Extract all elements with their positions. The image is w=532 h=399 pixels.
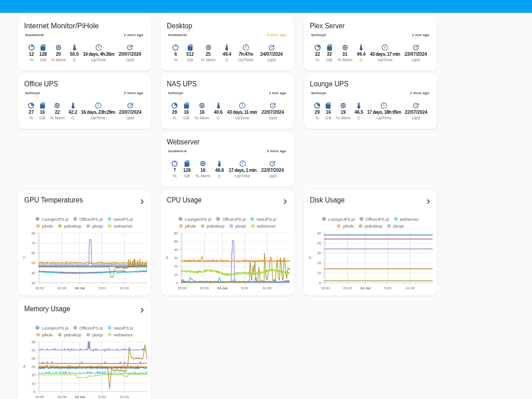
svg-text:%: % [165, 256, 169, 259]
svg-text:50: 50 [174, 239, 178, 243]
svg-text:0: 0 [176, 281, 178, 285]
svg-text:5:00: 5:00 [384, 286, 392, 290]
svg-text:15:00: 15:00 [321, 286, 330, 290]
svg-text:30: 30 [174, 256, 178, 260]
svg-text:24 Jul: 24 Jul [218, 286, 228, 290]
svg-text:50: 50 [31, 261, 35, 265]
svg-text:15:00: 15:00 [35, 394, 44, 399]
svg-text:80: 80 [31, 231, 35, 235]
svg-text:20:00: 20:00 [57, 286, 66, 290]
svg-text:10:00: 10:00 [120, 394, 129, 399]
svg-text:20: 20 [31, 365, 35, 369]
svg-text:10: 10 [317, 271, 321, 275]
svg-text:30: 30 [31, 281, 35, 285]
svg-text:70: 70 [31, 241, 35, 245]
svg-text:60: 60 [174, 231, 178, 235]
svg-text:60: 60 [31, 251, 35, 255]
svg-text:35: 35 [31, 340, 35, 344]
svg-text:%: % [308, 256, 312, 259]
svg-text:25: 25 [31, 356, 35, 361]
svg-text:5: 5 [319, 281, 321, 285]
svg-text:30: 30 [317, 231, 321, 235]
svg-text:20:00: 20:00 [57, 394, 66, 399]
svg-text:5:00: 5:00 [241, 286, 249, 290]
svg-text:10: 10 [31, 381, 35, 385]
svg-text:20:00: 20:00 [343, 286, 352, 290]
svg-text:24 Jul: 24 Jul [74, 394, 85, 399]
svg-text:10:00: 10:00 [406, 286, 415, 290]
svg-text:24 Jul: 24 Jul [361, 286, 371, 290]
svg-text:15:00: 15:00 [35, 286, 44, 290]
svg-text:10:00: 10:00 [120, 286, 129, 290]
svg-text:40: 40 [174, 248, 178, 252]
svg-text:5:00: 5:00 [98, 394, 106, 399]
svg-text:20: 20 [317, 251, 321, 255]
svg-text:10:00: 10:00 [263, 286, 272, 290]
svg-text:30: 30 [31, 348, 35, 352]
svg-text:10: 10 [174, 272, 178, 277]
svg-text:15: 15 [317, 261, 321, 265]
svg-text:20: 20 [174, 264, 178, 268]
svg-text:°C: °C [22, 255, 27, 260]
svg-text:5: 5 [33, 389, 36, 394]
svg-text:24 Jul: 24 Jul [74, 286, 85, 290]
svg-text:20:00: 20:00 [200, 286, 209, 290]
svg-text:15: 15 [31, 373, 35, 377]
svg-text:25: 25 [317, 241, 321, 245]
svg-text:%: % [22, 365, 27, 368]
svg-text:5:00: 5:00 [98, 286, 106, 290]
svg-text:40: 40 [31, 271, 35, 275]
svg-text:15:00: 15:00 [178, 286, 187, 290]
